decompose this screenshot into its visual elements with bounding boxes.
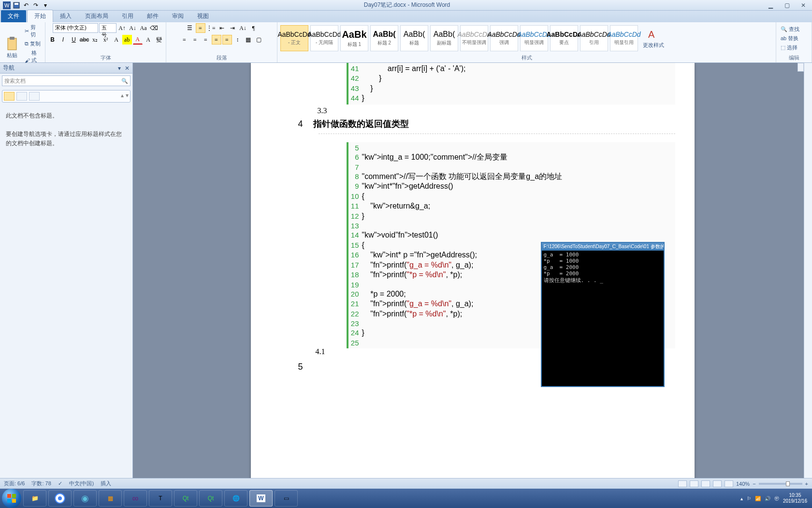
font-color-button[interactable]: A <box>133 35 143 45</box>
close-button[interactable]: ✕ <box>798 2 809 9</box>
style-title[interactable]: AaBb(标题 <box>400 25 428 51</box>
task-text[interactable]: T <box>149 490 172 507</box>
style-quote[interactable]: AaBbCcDd引用 <box>580 25 608 51</box>
tray-up-icon[interactable]: ▴ <box>740 496 743 501</box>
ruler-toggle[interactable] <box>798 63 804 72</box>
view-print-layout[interactable] <box>678 480 687 487</box>
start-button[interactable] <box>2 489 21 508</box>
qat-dropdown-icon[interactable]: ▾ <box>42 1 49 9</box>
align-center-button[interactable]: ≡ <box>190 35 200 45</box>
font-size-combo[interactable]: 五号 <box>99 23 116 33</box>
distributed-button[interactable]: ≡ <box>222 35 232 45</box>
zoom-out-button[interactable]: − <box>753 481 755 487</box>
nav-close-button[interactable]: ✕ <box>125 65 130 72</box>
status-language[interactable]: 中文(中国) <box>69 480 94 487</box>
tray-clock[interactable]: 10:35 2019/12/16 <box>783 493 807 504</box>
view-full-screen[interactable] <box>690 480 698 487</box>
cut-button[interactable]: ✂剪切 <box>23 23 42 39</box>
bold-button[interactable]: B <box>48 35 58 45</box>
style-heading1[interactable]: AaBk标题 1 <box>340 25 368 51</box>
style-subtitle[interactable]: AaBb(副标题 <box>430 25 458 51</box>
clear-format-button[interactable]: ⌫ <box>149 23 159 33</box>
multilevel-button[interactable]: ⋮≡ <box>206 23 216 33</box>
nav-search-input[interactable]: 搜索文档 🔍 <box>2 75 130 86</box>
highlight-button[interactable]: ab <box>122 35 132 45</box>
tab-file[interactable]: 文件 <box>1 10 26 22</box>
change-styles-button[interactable]: A 更改样式 <box>640 27 667 50</box>
task-sublime[interactable]: ▦ <box>99 490 122 507</box>
phonetic-button[interactable]: 變 <box>154 35 164 45</box>
status-mode[interactable]: 插入 <box>101 480 111 487</box>
tab-references[interactable]: 引用 <box>115 10 140 22</box>
zoom-level[interactable]: 140% <box>736 481 750 487</box>
nav-tab-pages[interactable] <box>16 92 27 101</box>
subscript-button[interactable]: x₂ <box>90 35 100 45</box>
redo-icon[interactable]: ↷ <box>32 1 40 9</box>
grow-font-button[interactable]: A↑ <box>117 23 127 33</box>
line-spacing-button[interactable]: ↕ <box>233 35 243 45</box>
zoom-in-button[interactable]: + <box>805 481 808 487</box>
tab-review[interactable]: 审阅 <box>165 10 190 22</box>
change-case-button[interactable]: Aa <box>139 23 148 33</box>
style-subtle-emphasis[interactable]: AaBbCcDd不明显强调 <box>460 25 488 51</box>
style-normal[interactable]: AaBbCcDd- 正文 <box>280 25 308 51</box>
underline-button[interactable]: U <box>69 35 79 45</box>
undo-icon[interactable]: ↶ <box>22 1 30 9</box>
align-left-button[interactable]: ≡ <box>180 35 189 45</box>
shading-button[interactable]: ▦ <box>244 35 253 45</box>
nav-dropdown-icon[interactable]: ▾ <box>118 65 121 72</box>
tray-flag-icon[interactable]: ⚐ <box>747 496 751 501</box>
style-emphasis[interactable]: AaBbCcDd强调 <box>490 25 518 51</box>
indent-inc-button[interactable]: ⇥ <box>228 23 237 33</box>
align-justify-button[interactable]: ≡ <box>212 35 221 45</box>
status-page[interactable]: 页面: 6/6 <box>4 480 25 487</box>
style-gallery[interactable]: AaBbCcDd- 正文 AaBbCcDd- 无间隔 AaBk标题 1 AaBb… <box>280 25 638 51</box>
tab-mailings[interactable]: 邮件 <box>140 10 165 22</box>
find-button[interactable]: 🔍查找 <box>779 25 801 33</box>
task-qt2[interactable]: Qt <box>199 490 222 507</box>
vertical-scrollbar[interactable] <box>804 63 812 478</box>
copy-button[interactable]: ⧉复制 <box>23 40 42 48</box>
strike-button[interactable]: abc <box>80 35 89 45</box>
task-app2[interactable]: 🌐 <box>224 490 247 507</box>
maximize-button[interactable]: ▢ <box>781 2 793 9</box>
align-right-button[interactable]: ≡ <box>201 35 211 45</box>
save-icon[interactable] <box>13 1 20 9</box>
nav-tab-results[interactable] <box>29 92 40 101</box>
style-intense-emphasis[interactable]: AaBbCcDd明显强调 <box>520 25 548 51</box>
char-border-button[interactable]: A <box>144 35 153 45</box>
tray-ime-icon[interactable]: ㊥ <box>774 495 779 502</box>
paste-button[interactable]: 粘贴 <box>3 35 21 60</box>
task-app1[interactable]: ◉ <box>73 490 97 507</box>
nav-tab-headings[interactable] <box>4 92 14 101</box>
tab-view[interactable]: 视图 <box>190 10 216 22</box>
tab-insert[interactable]: 插入 <box>53 10 78 22</box>
task-word[interactable]: W <box>249 490 273 507</box>
view-outline[interactable] <box>713 480 722 487</box>
task-vs[interactable]: ∞ <box>124 490 147 507</box>
spellcheck-icon[interactable]: ✓ <box>58 480 62 487</box>
font-name-combo[interactable]: 宋体 (中文正) <box>53 23 98 33</box>
status-words[interactable]: 字数: 78 <box>31 480 51 487</box>
shrink-font-button[interactable]: A↓ <box>128 23 138 33</box>
nav-prev-icon[interactable]: ▴ <box>121 92 124 101</box>
replace-button[interactable]: ab替换 <box>779 34 801 43</box>
tray-network-icon[interactable]: 📶 <box>755 496 761 501</box>
nav-next-icon[interactable]: ▾ <box>126 92 129 101</box>
numbering-button[interactable]: ≡ <box>196 23 205 33</box>
style-strong[interactable]: AaBbCcDd要点 <box>550 25 578 51</box>
tab-layout[interactable]: 页面布局 <box>78 10 115 22</box>
style-intense-quote[interactable]: AaBbCcDd明显引用 <box>610 25 638 51</box>
document-area[interactable]: 41 arr[i] = arr[i] + ('a' - 'A');42 }43 … <box>133 63 812 478</box>
zoom-slider[interactable] <box>759 483 802 485</box>
tab-home[interactable]: 开始 <box>27 10 53 22</box>
task-app3[interactable]: ▭ <box>275 490 298 507</box>
view-draft[interactable] <box>725 480 733 487</box>
style-heading2[interactable]: AaBb(标题 2 <box>370 25 398 51</box>
text-effect-button[interactable]: A <box>112 35 121 45</box>
select-button[interactable]: ⬚选择 <box>779 44 801 52</box>
style-no-spacing[interactable]: AaBbCcDd- 无间隔 <box>310 25 338 51</box>
task-chrome[interactable] <box>48 490 72 507</box>
italic-button[interactable]: I <box>58 35 68 45</box>
sort-button[interactable]: A↓ <box>238 23 248 33</box>
